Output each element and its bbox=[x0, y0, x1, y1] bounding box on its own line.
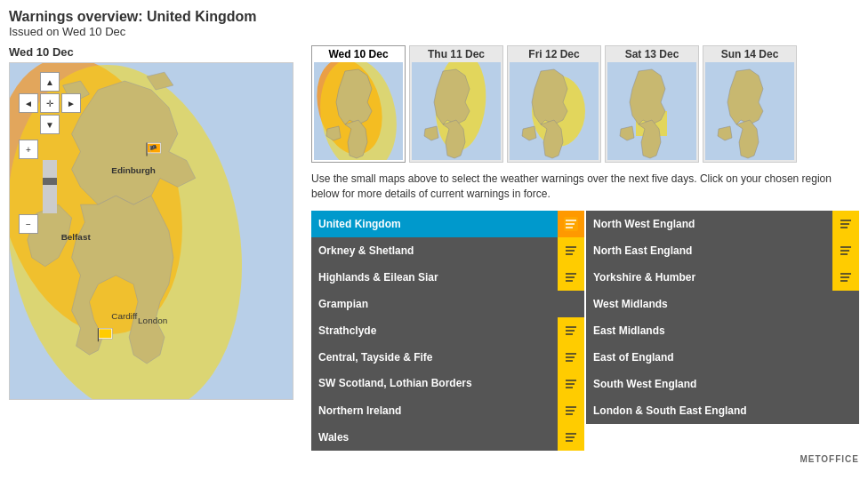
map-container[interactable]: ▲ ◄ ✛ ► ▼ + − bbox=[9, 62, 293, 400]
pan-up-button[interactable]: ▲ bbox=[40, 72, 60, 92]
list-item: Strathclyde bbox=[311, 317, 584, 344]
zoom-out-button[interactable]: − bbox=[19, 214, 38, 234]
wind-flag-icon bbox=[562, 215, 580, 233]
wind-flag-icon bbox=[562, 348, 580, 366]
wind-flag-icon bbox=[562, 268, 580, 286]
region-east-england[interactable]: East of England bbox=[586, 344, 832, 371]
list-item: Highlands & Eilean Siar bbox=[311, 264, 584, 291]
list-item: Grampian bbox=[311, 291, 584, 317]
regions-left-column: United Kingdom Orkney & Shetland bbox=[311, 211, 584, 451]
list-item: Northern Ireland bbox=[311, 397, 584, 424]
region-icon-0 bbox=[558, 211, 584, 237]
page-title: Warnings overview: United Kingdom bbox=[9, 9, 859, 25]
region-strathclyde[interactable]: Strathclyde bbox=[311, 317, 558, 344]
region-orkney[interactable]: Orkney & Shetland bbox=[311, 237, 558, 264]
list-item: London & South East England bbox=[586, 397, 859, 424]
region-icon-r0 bbox=[832, 211, 859, 237]
issued-date: Issued on Wed 10 Dec bbox=[9, 25, 859, 38]
region-northern-ireland[interactable]: Northern Ireland bbox=[311, 397, 558, 424]
right-panel: Wed 10 Dec Thu 11 Dec bbox=[311, 45, 859, 464]
metoffice-badge: METOFFICE bbox=[311, 454, 859, 464]
day-thumb-2 bbox=[510, 62, 599, 160]
wind-flag-icon bbox=[562, 322, 580, 340]
region-icon-2 bbox=[558, 264, 584, 291]
day-thumb-3 bbox=[607, 62, 696, 160]
region-icon-6 bbox=[558, 371, 584, 397]
region-icon-5 bbox=[558, 344, 584, 371]
region-west-midlands[interactable]: West Midlands bbox=[586, 291, 832, 317]
day-tab-3[interactable]: Sat 13 Dec bbox=[605, 45, 699, 163]
region-icon-r5 bbox=[832, 344, 859, 371]
region-highlands[interactable]: Highlands & Eilean Siar bbox=[311, 264, 558, 291]
svg-text:🏴: 🏴 bbox=[149, 144, 157, 153]
region-grampian[interactable]: Grampian bbox=[311, 291, 558, 317]
region-icon-8 bbox=[558, 424, 584, 451]
list-item: Yorkshire & Humber bbox=[586, 264, 859, 291]
day-tab-2[interactable]: Fri 12 Dec bbox=[507, 45, 601, 163]
region-london-south-east[interactable]: London & South East England bbox=[586, 397, 832, 424]
day-thumb-4 bbox=[705, 62, 794, 160]
pan-controls: ▲ ◄ ✛ ► ▼ bbox=[19, 72, 81, 136]
day-tab-label-4: Sun 14 Dec bbox=[721, 48, 779, 60]
region-central-tayside[interactable]: Central, Tayside & Fife bbox=[311, 344, 558, 371]
region-sw-scotland[interactable]: SW Scotland, Lothian Borders bbox=[311, 371, 558, 397]
region-north-east-england[interactable]: North East England bbox=[586, 237, 832, 264]
page-wrapper: Warnings overview: United Kingdom Issued… bbox=[0, 0, 868, 488]
map-panel: Wed 10 Dec ▲ ◄ ✛ ► ▼ + bbox=[9, 45, 302, 464]
day-tab-4[interactable]: Sun 14 Dec bbox=[703, 45, 797, 163]
day-tab-0[interactable]: Wed 10 Dec bbox=[311, 45, 406, 163]
region-north-west-england[interactable]: North West England bbox=[586, 211, 832, 237]
region-icon-1 bbox=[558, 237, 584, 264]
region-yorkshire[interactable]: Yorkshire & Humber bbox=[586, 264, 832, 291]
wind-flag-icon bbox=[837, 242, 855, 260]
wind-flag-icon bbox=[837, 215, 855, 233]
region-wales[interactable]: Wales bbox=[311, 424, 558, 451]
region-east-midlands[interactable]: East Midlands bbox=[586, 317, 832, 344]
day-thumb-0 bbox=[314, 62, 403, 160]
wind-flag-icon bbox=[837, 268, 855, 286]
list-item: North West England bbox=[586, 211, 859, 237]
svg-text:Edinburgh: Edinburgh bbox=[111, 165, 156, 175]
region-icon-r1 bbox=[832, 237, 859, 264]
list-item: Central, Tayside & Fife bbox=[311, 344, 584, 371]
region-icon-r7 bbox=[832, 397, 859, 424]
day-tab-label-0: Wed 10 Dec bbox=[328, 48, 388, 60]
zoom-handle[interactable] bbox=[43, 178, 57, 185]
pan-center-button[interactable]: ✛ bbox=[40, 93, 60, 113]
list-item: United Kingdom bbox=[311, 211, 584, 237]
zoom-in-button[interactable]: + bbox=[19, 140, 38, 159]
list-item: East Midlands bbox=[586, 317, 859, 344]
region-united-kingdom[interactable]: United Kingdom bbox=[311, 211, 558, 237]
svg-text:Cardiff: Cardiff bbox=[111, 311, 137, 321]
region-icon-r3 bbox=[832, 291, 859, 317]
region-icon-r6 bbox=[832, 371, 859, 397]
svg-rect-8 bbox=[99, 329, 111, 338]
day-tab-1[interactable]: Thu 11 Dec bbox=[409, 45, 503, 163]
list-item: Orkney & Shetland bbox=[311, 237, 584, 264]
regions-grid: United Kingdom Orkney & Shetland bbox=[311, 211, 859, 451]
region-icon-7 bbox=[558, 397, 584, 424]
region-icon-r2 bbox=[832, 264, 859, 291]
pan-down-button[interactable]: ▼ bbox=[40, 115, 60, 134]
wind-flag-icon bbox=[562, 242, 580, 260]
map-date-label: Wed 10 Dec bbox=[9, 45, 302, 59]
main-layout: Wed 10 Dec ▲ ◄ ✛ ► ▼ + bbox=[9, 45, 859, 464]
wind-flag-icon bbox=[562, 428, 580, 446]
day-tab-label-2: Fri 12 Dec bbox=[528, 48, 579, 60]
regions-right-column: North West England North East England bbox=[586, 211, 859, 451]
list-item: East of England bbox=[586, 344, 859, 371]
wind-flag-icon bbox=[562, 375, 580, 393]
zoom-controls: + − bbox=[19, 140, 81, 234]
map-controls: ▲ ◄ ✛ ► ▼ + − bbox=[19, 72, 81, 236]
wind-flag-icon bbox=[562, 402, 580, 420]
region-icon-r4 bbox=[832, 317, 859, 344]
region-icon-3 bbox=[558, 291, 584, 317]
info-text: Use the small maps above to select the w… bbox=[311, 172, 859, 202]
list-item: West Midlands bbox=[586, 291, 859, 317]
pan-left-button[interactable]: ◄ bbox=[19, 93, 38, 113]
list-item: SW Scotland, Lothian Borders bbox=[311, 371, 584, 397]
zoom-bar bbox=[43, 160, 57, 213]
region-south-west-england[interactable]: South West England bbox=[586, 371, 832, 397]
pan-right-button[interactable]: ► bbox=[61, 93, 81, 113]
list-item: North East England bbox=[586, 237, 859, 264]
